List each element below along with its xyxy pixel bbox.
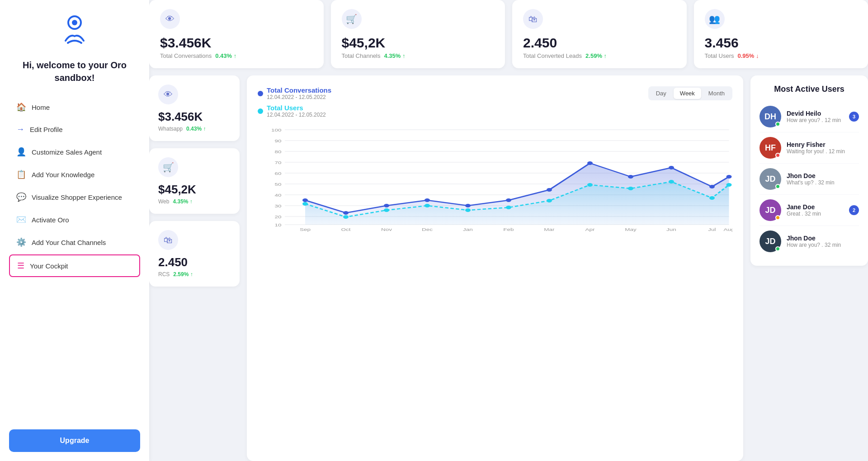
web-value: $45,2K <box>158 183 231 197</box>
total-converted-leads-icon: 🛍 <box>523 9 543 29</box>
svg-point-47 <box>726 183 732 187</box>
svg-point-24 <box>343 211 349 215</box>
user-msg-2: What's up? . 32 min <box>787 179 859 186</box>
svg-point-41 <box>506 206 511 209</box>
user-item-1[interactable]: HF Henry Fisher Waiting for you! . 12 mi… <box>760 132 859 164</box>
chart-header: Total Conversations 12.04.2022 - 12.05.2… <box>258 86 732 118</box>
svg-point-46 <box>709 196 715 200</box>
user-badge-3: 2 <box>849 205 859 215</box>
user-msg-0: How are you? . 12 min <box>787 117 844 123</box>
user-name-3: Jane Doe <box>787 203 844 211</box>
legend-title: Total Users <box>267 104 326 112</box>
total-users-change: 0.95% ↓ <box>738 52 759 59</box>
avatar-0: DH <box>760 106 781 127</box>
total-converted-leads-change: 2.59% ↑ <box>585 52 607 59</box>
svg-text:70: 70 <box>274 160 281 165</box>
chart-tab-month[interactable]: Month <box>702 88 731 99</box>
svg-point-40 <box>465 208 471 212</box>
svg-point-23 <box>302 198 308 202</box>
nav-label-your-cockpit: Your Cockpit <box>30 262 68 270</box>
avatar-3: JD <box>760 199 781 221</box>
svg-point-1 <box>72 20 77 25</box>
user-info-2: Jhon Doe What's up? . 32 min <box>787 172 859 186</box>
whatsapp-change: 0.43% ↑ <box>186 126 206 132</box>
left-stat-web: 🛒 $45,2K Web 4.35% ↑ <box>149 148 240 214</box>
svg-point-33 <box>709 185 715 188</box>
svg-point-25 <box>384 204 389 207</box>
edit-profile-icon: → <box>16 125 24 134</box>
svg-text:30: 30 <box>274 204 281 208</box>
avatar-1: HF <box>760 137 781 159</box>
sidebar-item-home[interactable]: 🏠 Home <box>9 97 140 118</box>
user-badge-0: 3 <box>849 112 859 122</box>
svg-text:60: 60 <box>274 171 281 175</box>
chart-tab-week[interactable]: Week <box>674 88 701 99</box>
top-stat-total-users: 👥 3.456 Total Users 0.95% ↓ <box>694 0 868 68</box>
user-name-0: Devid Heilo <box>787 110 844 117</box>
users-list: DH Devid Heilo How are you? . 12 min 3 H… <box>760 101 859 257</box>
total-conversations-label: Total Conversations <box>160 52 212 59</box>
user-info-0: Devid Heilo How are you? . 12 min <box>787 110 844 123</box>
svg-point-28 <box>506 198 511 202</box>
legend-date: 12.04.2022 - 12.05.2022 <box>267 94 331 100</box>
svg-text:Apr: Apr <box>585 227 594 231</box>
rcs-change: 2.59% ↑ <box>173 271 193 278</box>
sidebar-item-add-chat[interactable]: ⚙️ Add Your Chat Channels <box>9 232 140 253</box>
sidebar-nav: 🏠 Home → Edit Profile 👤 Customize Sales … <box>9 97 140 277</box>
svg-point-30 <box>587 161 593 165</box>
nav-label-add-chat: Add Your Chat Channels <box>32 239 106 246</box>
user-info-3: Jane Doe Great . 32 min <box>787 203 844 217</box>
welcome-text: Hi, welcome to your Oro sandbox! <box>9 59 140 84</box>
user-msg-1: Waiting for you! . 12 min <box>787 148 859 155</box>
svg-text:80: 80 <box>274 150 281 154</box>
svg-point-29 <box>547 188 552 192</box>
sidebar-item-add-knowledge[interactable]: 📋 Add Your Knowledge <box>9 164 140 185</box>
total-channels-value: $45,2K <box>342 35 495 51</box>
svg-point-38 <box>384 208 389 212</box>
upgrade-button[interactable]: Upgrade <box>9 429 140 452</box>
chart-tab-day[interactable]: Day <box>650 88 673 99</box>
status-dot-2 <box>775 184 780 189</box>
activate-oro-icon: ✉️ <box>16 215 26 225</box>
sidebar-item-customize-sales[interactable]: 👤 Customize Sales Agent <box>9 141 140 162</box>
sidebar-item-your-cockpit[interactable]: ☰ Your Cockpit <box>9 254 140 277</box>
svg-point-42 <box>547 199 552 202</box>
chart-card: Total Conversations 12.04.2022 - 12.05.2… <box>247 75 743 461</box>
svg-point-32 <box>669 166 674 169</box>
svg-point-34 <box>726 175 732 179</box>
sidebar: Hi, welcome to your Oro sandbox! 🏠 Home … <box>0 0 149 461</box>
sidebar-item-edit-profile[interactable]: → Edit Profile <box>9 119 140 140</box>
total-converted-leads-label: Total Converted Leads <box>523 52 582 59</box>
total-conversations-value: $3.456K <box>160 35 313 51</box>
svg-point-31 <box>628 175 633 179</box>
user-item-4[interactable]: JD Jhon Doe How are you? . 32 min <box>760 226 859 257</box>
total-users-icon: 👥 <box>705 9 725 29</box>
user-name-1: Henry Fisher <box>787 141 859 148</box>
svg-text:Nov: Nov <box>381 227 392 231</box>
user-item-2[interactable]: JD Jhon Doe What's up? . 32 min <box>760 164 859 195</box>
user-item-0[interactable]: DH Devid Heilo How are you? . 12 min 3 <box>760 101 859 132</box>
left-stat-rcs: 🛍 2.450 RCS 2.59% ↑ <box>149 221 240 287</box>
user-msg-3: Great . 32 min <box>787 211 844 217</box>
status-dot-4 <box>775 246 780 251</box>
sidebar-item-activate-oro[interactable]: ✉️ Activate Oro <box>9 209 140 230</box>
legend-date: 12.04.2022 - 12.05.2022 <box>267 112 326 118</box>
status-dot-1 <box>775 153 780 158</box>
logo <box>57 14 93 52</box>
top-stat-total-channels: 🛒 $45,2K Total Channels 4.35% ↑ <box>331 0 505 68</box>
right-col: Most Active Users DH Devid Heilo How are… <box>750 75 868 461</box>
svg-text:Sep: Sep <box>300 227 311 231</box>
nav-label-visualize-shopper: Visualize Shopper Experience <box>32 193 122 201</box>
svg-point-37 <box>343 215 349 219</box>
user-info-1: Henry Fisher Waiting for you! . 12 min <box>787 141 859 155</box>
svg-text:100: 100 <box>271 128 282 132</box>
total-conversations-change: 0.43% ↑ <box>215 52 236 59</box>
svg-text:Aug: Aug <box>723 227 732 231</box>
user-item-3[interactable]: JD Jane Doe Great . 32 min 2 <box>760 195 859 226</box>
svg-point-39 <box>425 204 430 207</box>
chart-tabs[interactable]: DayWeekMonth <box>648 86 732 100</box>
bottom-row: 👁 $3.456K Whatsapp 0.43% ↑ 🛒 $45,2K Web … <box>149 75 868 461</box>
rcs-value: 2.450 <box>158 255 231 269</box>
chart-legend: Total Conversations 12.04.2022 - 12.05.2… <box>258 86 331 118</box>
sidebar-item-visualize-shopper[interactable]: 💬 Visualize Shopper Experience <box>9 187 140 207</box>
